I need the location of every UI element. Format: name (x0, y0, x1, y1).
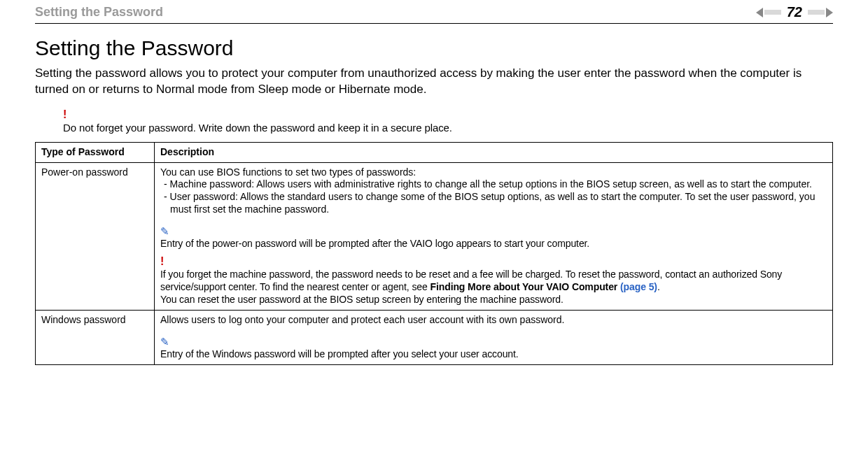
bang-note-text: If you forget the machine password, the … (160, 269, 782, 292)
bang-note-tail: You can reset the user password at the B… (160, 294, 827, 306)
password-desc-cell: Allows users to log onto your computer a… (155, 310, 833, 364)
triangle-right-icon (826, 8, 833, 17)
desc-bullet: - User password: Allows the standard use… (160, 191, 827, 216)
next-page-button[interactable] (808, 8, 833, 17)
pencil-icon: ✎ (160, 336, 827, 347)
header-bar: Setting the Password 72 (35, 0, 833, 23)
password-type-cell: Power-on password (36, 162, 155, 310)
intro-paragraph: Setting the password allows you to prote… (35, 66, 833, 98)
password-desc-cell: You can use BIOS functions to set two ty… (155, 162, 833, 310)
table-row: Power-on password You can use BIOS funct… (36, 162, 833, 310)
pager: 72 (756, 4, 833, 20)
desc-intro: You can use BIOS functions to set two ty… (160, 166, 827, 179)
header-divider (35, 23, 833, 24)
password-type-cell: Windows password (36, 310, 155, 364)
pager-bar-icon (764, 10, 781, 15)
pencil-note-text: Entry of the Windows password will be pr… (160, 348, 519, 359)
pencil-note-text: Entry of the power-on password will be p… (160, 238, 589, 249)
pencil-icon: ✎ (160, 226, 827, 236)
table-row: Windows password Allows users to log ont… (36, 310, 833, 364)
page-number: 72 (787, 4, 802, 20)
desc-intro: Allows users to log onto your computer a… (160, 314, 827, 327)
table-header-row: Type of Password Description (36, 142, 833, 162)
pager-bar-icon (808, 10, 825, 15)
password-table: Type of Password Description Power-on pa… (35, 142, 833, 365)
warning-note: ! Do not forget your password. Write dow… (63, 109, 833, 135)
bang-note-bold: Finding More about Your VAIO Computer (430, 281, 620, 292)
breadcrumb: Setting the Password (35, 5, 163, 20)
warning-note-text: Do not forget your password. Write down … (63, 122, 452, 134)
triangle-left-icon (756, 8, 763, 17)
desc-bullet: - Machine password: Allows users with ad… (160, 178, 827, 191)
table-header-type: Type of Password (36, 142, 155, 162)
prev-page-button[interactable] (756, 8, 781, 17)
table-header-description: Description (155, 142, 833, 162)
exclamation-icon: ! (160, 256, 827, 267)
bang-note-post: . (657, 281, 660, 292)
exclamation-icon: ! (63, 109, 833, 120)
page-link[interactable]: (page 5) (620, 281, 657, 292)
page-title: Setting the Password (35, 36, 833, 60)
